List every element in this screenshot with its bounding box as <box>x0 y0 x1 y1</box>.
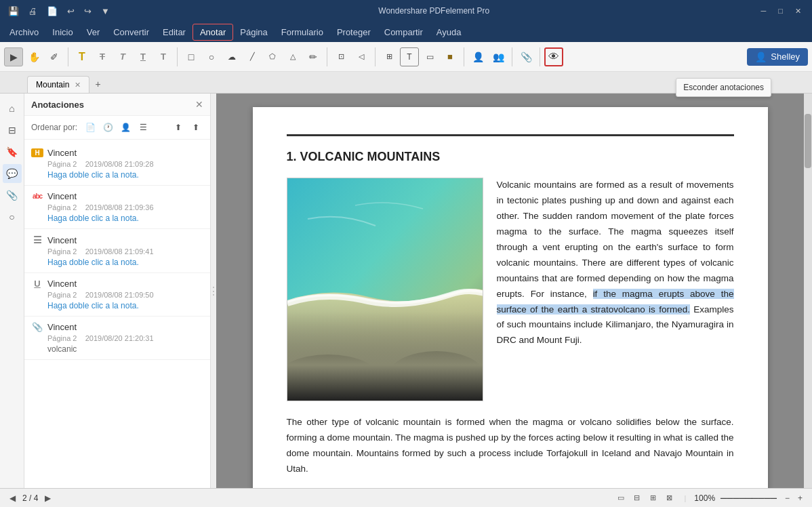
title-icon-save[interactable]: 💾 <box>5 5 22 18</box>
title-icon-undo[interactable]: ↩ <box>64 5 77 18</box>
zoom-spacer: ───────── <box>720 493 777 503</box>
zoom-in-button[interactable]: + <box>795 492 805 504</box>
scroll-thumb[interactable] <box>805 114 811 168</box>
annotation-item-3[interactable]: ☰ Vincent Página 2 2019/08/08 21:09:41 H… <box>24 229 210 273</box>
close-button[interactable]: ✕ <box>790 4 807 18</box>
triangle-tool[interactable]: △ <box>283 47 302 66</box>
svg-point-1 <box>287 354 382 401</box>
ann-page-4: Página 2 <box>47 291 77 299</box>
circle-tool[interactable]: ○ <box>202 47 221 66</box>
svg-rect-0 <box>287 178 483 401</box>
menu-proteger[interactable]: Proteger <box>330 24 378 40</box>
annotation-item-5[interactable]: 📎 Vincent Página 2 2019/08/20 21:20:31 v… <box>24 317 210 360</box>
tooltip: Esconder anotaciones <box>676 78 771 97</box>
sidebar-icon-attachments[interactable]: 📎 <box>3 186 22 205</box>
ann-date-3: 2019/08/08 21:09:41 <box>85 247 154 256</box>
menu-archivo[interactable]: Archivo <box>3 24 45 40</box>
right-scrollbar[interactable] <box>804 94 812 488</box>
sidebar-icon-thumbs[interactable]: ⊟ <box>3 121 22 140</box>
stamp-tool[interactable]: 👤 <box>468 47 487 66</box>
text-tool-1[interactable]: T <box>93 47 112 66</box>
annotation-item-2[interactable]: abc Vincent Página 2 2019/08/08 21:09:36… <box>24 186 210 229</box>
select-tool[interactable]: ▶ <box>4 47 23 66</box>
tab-mountain[interactable]: Mountain ✕ <box>27 76 89 93</box>
sidebar-icon-bookmarks[interactable]: 🔖 <box>3 142 22 161</box>
panel-drag-handle[interactable] <box>211 94 216 488</box>
pdf-area[interactable]: 1. VOLCANIC MOUNTAINS <box>216 94 804 488</box>
panel-close-button[interactable]: ✕ <box>195 99 203 110</box>
menu-convertir[interactable]: Convertir <box>106 24 156 40</box>
zoom-out-button[interactable]: − <box>782 492 792 504</box>
sidebar-icon-comments[interactable]: ○ <box>3 207 22 226</box>
zoom-info: 100% <box>694 493 715 503</box>
bottom-bar: ◀ 2 / 4 ▶ ▭ ⊟ ⊞ ⊠ | 100% ───────── − + <box>0 488 812 507</box>
menu-anotar[interactable]: Anotar <box>192 24 233 41</box>
sidebar-icons: ⌂ ⊟ 🔖 💬 📎 ○ <box>0 94 24 488</box>
annotation-item-1[interactable]: H Vincent Página 2 2019/08/08 21:09:28 H… <box>24 142 210 186</box>
ann-link-4[interactable]: Haga doble clic a la nota. <box>31 301 203 310</box>
view-grid-button[interactable]: ⊞ <box>647 491 660 505</box>
menu-ayuda[interactable]: Ayuda <box>430 24 468 40</box>
edit-tool[interactable]: ✐ <box>45 47 64 66</box>
sidebar-icon-annotations[interactable]: 💬 <box>3 164 22 183</box>
ann-link-3[interactable]: Haga doble clic a la nota. <box>31 258 203 267</box>
hide-annotations-tool[interactable]: 👁 <box>544 47 563 66</box>
user-button[interactable]: 👤 Shelley <box>747 48 808 66</box>
annotation-item-4[interactable]: U Vincent Página 2 2019/08/08 21:09:50 H… <box>24 273 210 317</box>
menu-formulario[interactable]: Formulario <box>275 24 330 40</box>
menu-compartir[interactable]: Compartir <box>378 24 430 40</box>
view-grid2-button[interactable]: ⊠ <box>663 491 676 505</box>
ann-icon-5: 📎 <box>31 322 43 332</box>
table-tool[interactable]: ⊞ <box>380 47 399 66</box>
sort-export[interactable]: ⬆ <box>171 120 186 135</box>
sort-share[interactable]: ⬆ <box>188 120 203 135</box>
ann-date-1: 2019/08/08 21:09:28 <box>85 160 154 168</box>
textbox-tool[interactable]: T <box>400 47 419 66</box>
ann-author-5: Vincent <box>47 322 77 332</box>
menu-inicio[interactable]: Inicio <box>45 24 79 40</box>
prev-page-button[interactable]: ◀ <box>7 492 18 504</box>
ann-page-2: Página 2 <box>47 203 77 211</box>
hand-tool[interactable]: ✋ <box>24 47 43 66</box>
attach-tool[interactable]: 📎 <box>516 47 535 66</box>
sort-by-type[interactable]: ☰ <box>136 120 150 135</box>
rect-tool[interactable]: □ <box>182 47 201 66</box>
maximize-button[interactable]: □ <box>773 4 788 18</box>
view-double-button[interactable]: ⊟ <box>630 491 644 505</box>
title-icons: 💾 🖨 📄 ↩ ↪ ▼ <box>5 5 113 18</box>
color-tool[interactable]: ■ <box>441 47 460 66</box>
sidebar-icon-home[interactable]: ⌂ <box>3 99 22 118</box>
text-tool-2[interactable]: T <box>113 47 132 66</box>
ann-page-5: Página 2 <box>47 334 77 342</box>
app-title: Wondershare PDFelement Pro <box>113 6 756 16</box>
textarea-tool[interactable]: ▭ <box>420 47 439 66</box>
pdf-page: 1. VOLCANIC MOUNTAINS <box>253 107 768 488</box>
title-icon-redo[interactable]: ↪ <box>81 5 94 18</box>
title-icon-print[interactable]: 🖨 <box>26 5 40 18</box>
eraser-tool[interactable]: ⊡ <box>331 47 350 66</box>
tab-mountain-close[interactable]: ✕ <box>75 81 81 89</box>
text-highlight-yellow-tool[interactable]: T <box>73 47 92 66</box>
title-icon-file[interactable]: 📄 <box>44 5 60 18</box>
text-tool-4[interactable]: T <box>154 47 173 66</box>
minimize-button[interactable]: ─ <box>756 4 772 18</box>
stamp2-tool[interactable]: 👥 <box>489 47 508 66</box>
sort-by-date[interactable]: 🕐 <box>100 120 115 135</box>
pencil-tool[interactable]: ✏ <box>304 47 323 66</box>
menu-editar[interactable]: Editar <box>156 24 192 40</box>
view-single-button[interactable]: ▭ <box>614 491 628 505</box>
ann-link-2[interactable]: Haga doble clic a la nota. <box>31 214 203 223</box>
menu-ver[interactable]: Ver <box>80 24 107 40</box>
title-icon-dropdown[interactable]: ▼ <box>98 5 113 18</box>
menu-pagina[interactable]: Página <box>233 24 274 40</box>
cloud-tool[interactable]: ☁ <box>222 47 241 66</box>
line-tool[interactable]: ╱ <box>243 47 262 66</box>
sort-by-doc[interactable]: 📄 <box>83 120 98 135</box>
polygon-tool[interactable]: ⬠ <box>263 47 282 66</box>
eraser2-tool[interactable]: ◁ <box>352 47 371 66</box>
text-tool-3[interactable]: T <box>134 47 153 66</box>
next-page-button[interactable]: ▶ <box>42 492 54 504</box>
tab-add-button[interactable]: + <box>89 75 106 93</box>
sort-by-author[interactable]: 👤 <box>118 120 133 135</box>
ann-link-1[interactable]: Haga doble clic a la nota. <box>31 170 203 180</box>
